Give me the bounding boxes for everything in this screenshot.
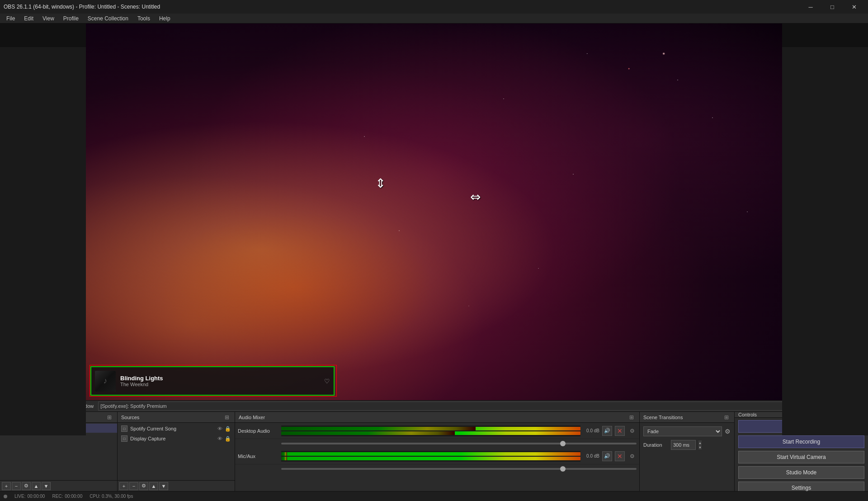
source-icon-spotify: □ [121, 425, 127, 432]
mic-aux-db: 0.0 dB [583, 454, 599, 458]
desktop-audio-volume-button[interactable]: 🔊 [602, 426, 612, 436]
mic-aux-bar-top [281, 452, 580, 456]
mic-aux-slider-thumb[interactable] [560, 466, 566, 472]
source-lock-icon-spotify[interactable]: 🔒 [225, 426, 231, 432]
rec-time: 00:00:00 [65, 494, 82, 499]
mic-aux-volume-button[interactable]: 🔊 [602, 451, 612, 461]
transition-settings-icon[interactable]: ⚙ [725, 428, 731, 435]
source-move-up-button[interactable]: ▲ [149, 482, 158, 490]
menubar: File Edit View Profile Scene Collection … [0, 14, 868, 24]
spotify-overlay: Blinding Lights The Weeknd ♡ [90, 366, 335, 396]
mic-aux-channel: Mic/Aux 0.0 dB 🔊 ✕ ⚙ [235, 448, 639, 464]
duration-increment-button[interactable]: ▲ [698, 440, 702, 445]
left-margin [0, 47, 86, 435]
minimize-button[interactable]: ─ [800, 0, 821, 14]
spotify-album-art [95, 371, 116, 392]
menu-file[interactable]: File [2, 14, 19, 23]
duration-spinner: ▲ ▼ [698, 440, 702, 449]
transition-type-select[interactable]: Fade Cut Swipe Slide [643, 426, 722, 436]
network-status-dot [4, 495, 7, 498]
main-container: Blinding Lights The Weeknd ♡ ⇕ ⇔ [0, 24, 868, 501]
preview-background: Blinding Lights The Weeknd ♡ ⇕ ⇔ [86, 24, 782, 400]
sources-overflow-icon[interactable]: ⊞ [223, 414, 231, 421]
source-bar: ⚙ Properties ⚙ Filters Window [Spotify.e… [0, 400, 868, 412]
desktop-audio-slider-thumb[interactable] [560, 441, 566, 446]
cpu-label: CPU: 0.3%, 30.00 fps [90, 494, 133, 499]
scenes-toolbar: + − ⚙ ▲ ▼ [0, 480, 117, 491]
close-button[interactable]: ✕ [844, 0, 864, 14]
desktop-audio-slider[interactable] [281, 443, 637, 444]
titlebar-title: OBS 26.1.1 (64-bit, windows) - Profile: … [4, 4, 160, 10]
desktop-audio-settings-button[interactable]: ⚙ [627, 426, 637, 435]
duration-decrement-button[interactable]: ▼ [698, 445, 702, 449]
move-handle-horizontal: ⇔ [470, 189, 481, 204]
live-label: LIVE: [14, 494, 25, 499]
remove-scene-button[interactable]: − [12, 482, 21, 490]
bottom-panels: Scenes ⊞ Scene 1 + − ⚙ ▲ ▼ Sources ⊞ [0, 412, 868, 491]
transition-duration-input[interactable] [671, 440, 696, 450]
preview-area[interactable]: Blinding Lights The Weeknd ♡ ⇕ ⇔ [86, 24, 782, 400]
transitions-header: Scene Transitions ⊞ [640, 412, 734, 423]
rec-status: REC: 00:00:00 [52, 494, 82, 499]
mic-aux-mute-button[interactable]: ✕ [615, 451, 625, 461]
spotify-artist: The Weeknd [120, 382, 320, 387]
mic-aux-slider-row [235, 464, 639, 473]
scene-move-up-button[interactable]: ▲ [32, 482, 41, 490]
add-scene-button[interactable]: + [2, 482, 11, 490]
desktop-audio-slider-row [235, 439, 639, 448]
desktop-audio-label: Desktop Audio [238, 428, 278, 434]
source-item-spotify[interactable]: □ Spotify Current Song 👁 🔒 [118, 424, 235, 434]
source-name-spotify: Spotify Current Song [130, 426, 176, 431]
live-time: 00:00:00 [27, 494, 45, 499]
scene-settings-button[interactable]: ⚙ [22, 482, 31, 490]
maximize-button[interactable]: □ [822, 0, 843, 14]
source-visibility-icon-display[interactable]: 👁 [217, 436, 223, 442]
audio-mixer-overflow-icon[interactable]: ⊞ [627, 414, 636, 421]
menu-scene-collection[interactable]: Scene Collection [83, 14, 133, 23]
menu-edit[interactable]: Edit [19, 14, 38, 23]
sources-panel: Sources ⊞ □ Spotify Current Song 👁 🔒 □ D… [118, 412, 235, 491]
menu-help[interactable]: Help [155, 14, 175, 23]
desktop-audio-channel: Desktop Audio 0.0 dB 🔊 ✕ ⚙ [235, 423, 639, 439]
spotify-heart-icon: ♡ [324, 378, 330, 385]
scenes-overflow-icon[interactable]: ⊞ [105, 414, 113, 421]
right-margin [782, 47, 868, 435]
transitions-overflow-icon[interactable]: ⊞ [722, 414, 731, 421]
desktop-audio-bar-bottom [281, 431, 580, 435]
start-virtual-camera-button[interactable]: Start Virtual Camera [738, 451, 864, 463]
titlebar-controls: ─ □ ✕ [800, 0, 864, 14]
window-dropdown[interactable]: [Spotify.exe]: Spotify Premium ▼ [98, 402, 866, 411]
menu-profile[interactable]: Profile [59, 14, 83, 23]
rec-label: REC: [52, 494, 63, 499]
mic-aux-slider[interactable] [281, 468, 637, 470]
menu-tools[interactable]: Tools [133, 14, 155, 23]
source-lock-icon-display[interactable]: 🔒 [225, 436, 231, 442]
scene-move-down-button[interactable]: ▼ [42, 482, 51, 490]
desktop-audio-meter [281, 425, 580, 436]
sources-header: Sources ⊞ [118, 412, 235, 423]
source-move-down-button[interactable]: ▼ [159, 482, 168, 490]
source-visibility-icon-spotify[interactable]: 👁 [217, 426, 223, 432]
overlay-selection-border [90, 365, 337, 397]
source-item-display[interactable]: □ Display Capture 👁 🔒 [118, 434, 235, 444]
mic-aux-settings-button[interactable]: ⚙ [627, 452, 637, 461]
desktop-audio-fill-top [281, 427, 476, 430]
live-status: LIVE: 00:00:00 [14, 494, 45, 499]
statusbar: LIVE: 00:00:00 REC: 00:00:00 CPU: 0.3%, … [0, 491, 868, 501]
add-source-button[interactable]: + [119, 482, 128, 490]
audio-mixer-header: Audio Mixer ⊞ [235, 412, 639, 423]
desktop-audio-db: 0.0 dB [583, 428, 599, 433]
desktop-audio-fill-bottom [281, 431, 455, 435]
mic-aux-meter [281, 451, 580, 462]
menu-view[interactable]: View [38, 14, 59, 23]
source-controls-spotify: 👁 🔒 [217, 426, 231, 432]
studio-mode-button[interactable]: Studio Mode [738, 466, 864, 479]
source-name-display: Display Capture [130, 436, 165, 441]
mic-aux-bar-bottom [281, 457, 580, 460]
remove-source-button[interactable]: − [129, 482, 138, 490]
desktop-audio-mute-button[interactable]: ✕ [615, 426, 625, 436]
transitions-content: Fade Cut Swipe Slide ⚙ Duration ▲ ▼ [640, 423, 734, 454]
start-recording-button[interactable]: Start Recording [738, 435, 864, 448]
source-settings-button[interactable]: ⚙ [139, 482, 148, 490]
cpu-status: CPU: 0.3%, 30.00 fps [90, 494, 133, 499]
